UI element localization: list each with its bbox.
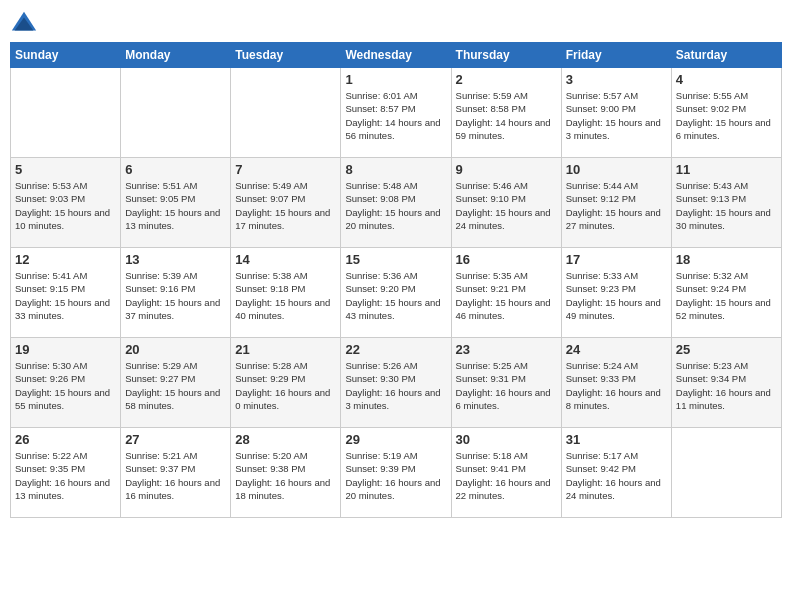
cell-content: Sunrise: 5:35 AM Sunset: 9:21 PM Dayligh… [456, 269, 557, 322]
cell-content: Sunrise: 5:23 AM Sunset: 9:34 PM Dayligh… [676, 359, 777, 412]
day-number: 5 [15, 162, 116, 177]
logo-icon [10, 10, 38, 38]
calendar-cell: 21Sunrise: 5:28 AM Sunset: 9:29 PM Dayli… [231, 338, 341, 428]
cell-content: Sunrise: 5:25 AM Sunset: 9:31 PM Dayligh… [456, 359, 557, 412]
day-number: 14 [235, 252, 336, 267]
cell-content: Sunrise: 5:39 AM Sunset: 9:16 PM Dayligh… [125, 269, 226, 322]
calendar-cell: 5Sunrise: 5:53 AM Sunset: 9:03 PM Daylig… [11, 158, 121, 248]
cell-content: Sunrise: 5:21 AM Sunset: 9:37 PM Dayligh… [125, 449, 226, 502]
calendar-cell: 4Sunrise: 5:55 AM Sunset: 9:02 PM Daylig… [671, 68, 781, 158]
day-number: 13 [125, 252, 226, 267]
calendar-cell: 30Sunrise: 5:18 AM Sunset: 9:41 PM Dayli… [451, 428, 561, 518]
cell-content: Sunrise: 5:49 AM Sunset: 9:07 PM Dayligh… [235, 179, 336, 232]
weekday-header: Saturday [671, 43, 781, 68]
calendar-cell: 29Sunrise: 5:19 AM Sunset: 9:39 PM Dayli… [341, 428, 451, 518]
calendar-cell: 19Sunrise: 5:30 AM Sunset: 9:26 PM Dayli… [11, 338, 121, 428]
calendar-week-row: 5Sunrise: 5:53 AM Sunset: 9:03 PM Daylig… [11, 158, 782, 248]
day-number: 12 [15, 252, 116, 267]
cell-content: Sunrise: 5:46 AM Sunset: 9:10 PM Dayligh… [456, 179, 557, 232]
calendar-cell: 28Sunrise: 5:20 AM Sunset: 9:38 PM Dayli… [231, 428, 341, 518]
cell-content: Sunrise: 5:44 AM Sunset: 9:12 PM Dayligh… [566, 179, 667, 232]
day-number: 23 [456, 342, 557, 357]
day-number: 21 [235, 342, 336, 357]
day-number: 30 [456, 432, 557, 447]
cell-content: Sunrise: 5:32 AM Sunset: 9:24 PM Dayligh… [676, 269, 777, 322]
calendar-week-row: 1Sunrise: 6:01 AM Sunset: 8:57 PM Daylig… [11, 68, 782, 158]
calendar-cell: 22Sunrise: 5:26 AM Sunset: 9:30 PM Dayli… [341, 338, 451, 428]
weekday-header-row: SundayMondayTuesdayWednesdayThursdayFrid… [11, 43, 782, 68]
calendar-week-row: 19Sunrise: 5:30 AM Sunset: 9:26 PM Dayli… [11, 338, 782, 428]
day-number: 20 [125, 342, 226, 357]
day-number: 3 [566, 72, 667, 87]
calendar-cell: 14Sunrise: 5:38 AM Sunset: 9:18 PM Dayli… [231, 248, 341, 338]
day-number: 8 [345, 162, 446, 177]
day-number: 26 [15, 432, 116, 447]
day-number: 19 [15, 342, 116, 357]
calendar-cell [11, 68, 121, 158]
calendar-week-row: 12Sunrise: 5:41 AM Sunset: 9:15 PM Dayli… [11, 248, 782, 338]
cell-content: Sunrise: 5:20 AM Sunset: 9:38 PM Dayligh… [235, 449, 336, 502]
day-number: 1 [345, 72, 446, 87]
day-number: 16 [456, 252, 557, 267]
cell-content: Sunrise: 5:22 AM Sunset: 9:35 PM Dayligh… [15, 449, 116, 502]
day-number: 6 [125, 162, 226, 177]
day-number: 31 [566, 432, 667, 447]
weekday-header: Wednesday [341, 43, 451, 68]
cell-content: Sunrise: 5:33 AM Sunset: 9:23 PM Dayligh… [566, 269, 667, 322]
calendar-cell: 24Sunrise: 5:24 AM Sunset: 9:33 PM Dayli… [561, 338, 671, 428]
cell-content: Sunrise: 5:59 AM Sunset: 8:58 PM Dayligh… [456, 89, 557, 142]
cell-content: Sunrise: 5:26 AM Sunset: 9:30 PM Dayligh… [345, 359, 446, 412]
day-number: 25 [676, 342, 777, 357]
calendar-cell [231, 68, 341, 158]
calendar-cell [121, 68, 231, 158]
cell-content: Sunrise: 5:51 AM Sunset: 9:05 PM Dayligh… [125, 179, 226, 232]
calendar-cell [671, 428, 781, 518]
cell-content: Sunrise: 5:36 AM Sunset: 9:20 PM Dayligh… [345, 269, 446, 322]
day-number: 11 [676, 162, 777, 177]
cell-content: Sunrise: 5:28 AM Sunset: 9:29 PM Dayligh… [235, 359, 336, 412]
cell-content: Sunrise: 5:43 AM Sunset: 9:13 PM Dayligh… [676, 179, 777, 232]
day-number: 9 [456, 162, 557, 177]
calendar-cell: 20Sunrise: 5:29 AM Sunset: 9:27 PM Dayli… [121, 338, 231, 428]
calendar-cell: 18Sunrise: 5:32 AM Sunset: 9:24 PM Dayli… [671, 248, 781, 338]
cell-content: Sunrise: 6:01 AM Sunset: 8:57 PM Dayligh… [345, 89, 446, 142]
weekday-header: Friday [561, 43, 671, 68]
day-number: 17 [566, 252, 667, 267]
calendar-week-row: 26Sunrise: 5:22 AM Sunset: 9:35 PM Dayli… [11, 428, 782, 518]
cell-content: Sunrise: 5:53 AM Sunset: 9:03 PM Dayligh… [15, 179, 116, 232]
cell-content: Sunrise: 5:29 AM Sunset: 9:27 PM Dayligh… [125, 359, 226, 412]
day-number: 22 [345, 342, 446, 357]
day-number: 18 [676, 252, 777, 267]
cell-content: Sunrise: 5:30 AM Sunset: 9:26 PM Dayligh… [15, 359, 116, 412]
day-number: 27 [125, 432, 226, 447]
calendar-cell: 16Sunrise: 5:35 AM Sunset: 9:21 PM Dayli… [451, 248, 561, 338]
calendar-cell: 25Sunrise: 5:23 AM Sunset: 9:34 PM Dayli… [671, 338, 781, 428]
cell-content: Sunrise: 5:48 AM Sunset: 9:08 PM Dayligh… [345, 179, 446, 232]
calendar-cell: 12Sunrise: 5:41 AM Sunset: 9:15 PM Dayli… [11, 248, 121, 338]
cell-content: Sunrise: 5:17 AM Sunset: 9:42 PM Dayligh… [566, 449, 667, 502]
calendar-cell: 10Sunrise: 5:44 AM Sunset: 9:12 PM Dayli… [561, 158, 671, 248]
calendar-cell: 9Sunrise: 5:46 AM Sunset: 9:10 PM Daylig… [451, 158, 561, 248]
calendar-cell: 7Sunrise: 5:49 AM Sunset: 9:07 PM Daylig… [231, 158, 341, 248]
calendar-cell: 15Sunrise: 5:36 AM Sunset: 9:20 PM Dayli… [341, 248, 451, 338]
page-header [10, 10, 782, 38]
calendar-cell: 13Sunrise: 5:39 AM Sunset: 9:16 PM Dayli… [121, 248, 231, 338]
day-number: 28 [235, 432, 336, 447]
day-number: 2 [456, 72, 557, 87]
day-number: 4 [676, 72, 777, 87]
day-number: 15 [345, 252, 446, 267]
logo [10, 10, 42, 38]
calendar-cell: 2Sunrise: 5:59 AM Sunset: 8:58 PM Daylig… [451, 68, 561, 158]
day-number: 7 [235, 162, 336, 177]
weekday-header: Sunday [11, 43, 121, 68]
calendar-table: SundayMondayTuesdayWednesdayThursdayFrid… [10, 42, 782, 518]
calendar-cell: 27Sunrise: 5:21 AM Sunset: 9:37 PM Dayli… [121, 428, 231, 518]
cell-content: Sunrise: 5:55 AM Sunset: 9:02 PM Dayligh… [676, 89, 777, 142]
day-number: 24 [566, 342, 667, 357]
calendar-cell: 3Sunrise: 5:57 AM Sunset: 9:00 PM Daylig… [561, 68, 671, 158]
cell-content: Sunrise: 5:19 AM Sunset: 9:39 PM Dayligh… [345, 449, 446, 502]
calendar-cell: 31Sunrise: 5:17 AM Sunset: 9:42 PM Dayli… [561, 428, 671, 518]
cell-content: Sunrise: 5:41 AM Sunset: 9:15 PM Dayligh… [15, 269, 116, 322]
calendar-cell: 26Sunrise: 5:22 AM Sunset: 9:35 PM Dayli… [11, 428, 121, 518]
calendar-cell: 23Sunrise: 5:25 AM Sunset: 9:31 PM Dayli… [451, 338, 561, 428]
